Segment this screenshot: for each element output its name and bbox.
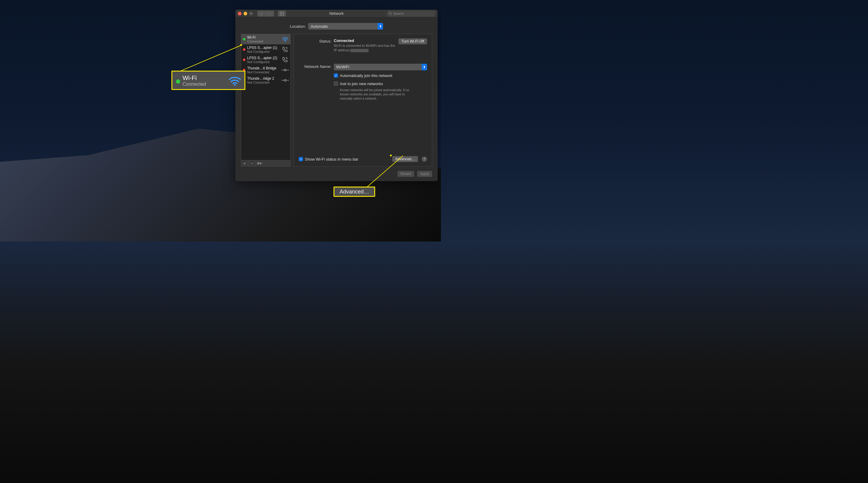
interface-item-3[interactable]: Thunde…lt BridgeNot Connected bbox=[241, 65, 290, 75]
interface-name: LPSS S…apter (1) bbox=[247, 46, 280, 50]
ask-join-help-text: Known networks will be joined automatica… bbox=[340, 88, 415, 101]
show-menu-checkbox-row[interactable]: ✓ Show Wi-Fi status in menu bar bbox=[299, 157, 358, 161]
search-placeholder: Search bbox=[393, 12, 404, 16]
network-preferences-window: ‹ › Network Search Location: Automatic W… bbox=[236, 10, 438, 181]
auto-join-checkbox[interactable]: ✓ bbox=[334, 73, 338, 78]
svg-rect-0 bbox=[280, 12, 281, 12]
interface-status: Not Connected bbox=[247, 81, 280, 84]
zoom-button[interactable] bbox=[249, 12, 253, 16]
interface-detail-panel: Status: Connected Wi-Fi is connected to … bbox=[294, 34, 432, 167]
interface-status: Not Connected bbox=[247, 70, 280, 74]
interface-name: Thunde…ridge 2 bbox=[247, 77, 280, 81]
show-menu-label: Show Wi-Fi status in menu bar bbox=[305, 157, 358, 161]
svg-line-10 bbox=[391, 14, 392, 15]
stars-decoration: · · · · · · bbox=[36, 9, 172, 10]
interface-name: Thunde…lt Bridge bbox=[247, 66, 280, 70]
phone-icon bbox=[282, 46, 288, 53]
svg-rect-6 bbox=[280, 15, 281, 16]
interface-item-1[interactable]: LPSS S…apter (1)Not Configured bbox=[241, 44, 290, 55]
bridge-icon bbox=[282, 67, 288, 73]
location-select[interactable]: Automatic bbox=[308, 23, 383, 30]
close-button[interactable] bbox=[238, 12, 242, 16]
callout-advanced-highlight: Advanced… bbox=[334, 186, 375, 197]
status-dot-icon bbox=[243, 59, 245, 61]
network-name-label: Network Name: bbox=[299, 64, 331, 69]
window-title: Network bbox=[329, 11, 344, 16]
titlebar: ‹ › Network Search bbox=[236, 10, 438, 18]
callout-wifi-name: Wi-Fi bbox=[183, 74, 206, 82]
callout-wifi-highlight: Wi-Fi Connected bbox=[172, 71, 245, 90]
status-dot-icon bbox=[243, 48, 245, 51]
nav-back-forward: ‹ › bbox=[257, 10, 274, 17]
apply-button[interactable]: Apply bbox=[417, 171, 432, 177]
location-row: Location: Automatic bbox=[236, 18, 438, 34]
svg-rect-1 bbox=[282, 12, 282, 12]
interface-item-4[interactable]: Thunde…ridge 2Not Connected bbox=[241, 75, 290, 85]
interface-status: Connected bbox=[247, 39, 280, 43]
svg-point-12 bbox=[234, 84, 236, 86]
auto-join-checkbox-row[interactable]: ✓ Automatically join this network bbox=[334, 73, 427, 78]
svg-point-11 bbox=[285, 41, 286, 42]
auto-join-label: Automatically join this network bbox=[340, 73, 392, 78]
interface-name: Wi-Fi bbox=[247, 35, 280, 39]
chevron-updown-icon bbox=[378, 23, 383, 30]
chevron-updown-icon bbox=[422, 64, 427, 70]
callout-advanced-label: Advanced… bbox=[340, 189, 369, 195]
remove-interface-button[interactable]: − bbox=[248, 160, 256, 166]
callout-line bbox=[181, 45, 241, 71]
bridge-icon bbox=[282, 77, 288, 84]
search-field[interactable]: Search bbox=[387, 10, 435, 17]
back-button[interactable]: ‹ bbox=[257, 10, 266, 17]
svg-rect-2 bbox=[283, 12, 284, 12]
callout-anchor-dot bbox=[390, 155, 392, 156]
callout-wifi-status: Connected bbox=[183, 82, 206, 87]
network-name-value: McWiFi bbox=[336, 65, 349, 69]
show-all-button[interactable] bbox=[278, 10, 286, 17]
interface-actions-menu[interactable]: ⚙︎▾ bbox=[256, 160, 263, 166]
interface-status: Not Configured bbox=[247, 60, 280, 64]
revert-button[interactable]: Revert bbox=[398, 171, 414, 177]
forward-button[interactable]: › bbox=[266, 10, 274, 17]
svg-rect-4 bbox=[282, 13, 282, 14]
sidebar-toolbar: + − ⚙︎▾ bbox=[241, 160, 291, 167]
sidebar-toolbar-spacer bbox=[263, 160, 290, 166]
svg-rect-7 bbox=[282, 15, 282, 16]
status-dot-icon bbox=[176, 80, 180, 84]
add-interface-button[interactable]: + bbox=[241, 160, 248, 166]
show-menu-checkbox[interactable]: ✓ bbox=[299, 157, 303, 161]
svg-point-9 bbox=[389, 12, 391, 14]
search-icon bbox=[389, 12, 392, 15]
svg-rect-3 bbox=[280, 13, 281, 14]
network-name-select[interactable]: McWiFi bbox=[334, 64, 427, 70]
interface-list[interactable]: Wi-FiConnectedLPSS S…apter (1)Not Config… bbox=[241, 34, 291, 160]
status-subtext: Wi-Fi is connected to McWiFi and has the… bbox=[334, 43, 396, 53]
ask-join-checkbox[interactable] bbox=[334, 82, 338, 86]
wifi-icon bbox=[282, 36, 288, 42]
location-value: Automatic bbox=[311, 24, 328, 29]
window-footer: Revert Apply bbox=[236, 167, 438, 181]
status-dot-icon bbox=[243, 38, 245, 40]
help-button[interactable]: ? bbox=[422, 156, 427, 162]
location-label: Location: bbox=[290, 24, 306, 29]
phone-icon bbox=[282, 56, 288, 63]
redacted-ip bbox=[350, 49, 369, 52]
interface-item-2[interactable]: LPSS S…apter (2)Not Configured bbox=[241, 55, 290, 65]
ask-join-checkbox-row[interactable]: Ask to join new networks bbox=[334, 82, 427, 86]
svg-rect-5 bbox=[283, 13, 284, 14]
minimize-button[interactable] bbox=[244, 12, 247, 16]
interface-item-0[interactable]: Wi-FiConnected bbox=[241, 34, 290, 44]
interface-name: LPSS S…apter (2) bbox=[247, 56, 280, 60]
traffic-lights bbox=[238, 12, 253, 16]
wifi-icon bbox=[228, 75, 242, 87]
interface-status: Not Configured bbox=[247, 50, 280, 54]
ask-join-label: Ask to join new networks bbox=[340, 82, 383, 86]
interface-sidebar: Wi-FiConnectedLPSS S…apter (1)Not Config… bbox=[241, 34, 291, 167]
status-label: Status: bbox=[299, 38, 331, 43]
status-value: Connected bbox=[334, 38, 396, 43]
svg-rect-8 bbox=[283, 15, 284, 16]
turn-wifi-off-button[interactable]: Turn Wi-Fi Off bbox=[398, 38, 427, 44]
